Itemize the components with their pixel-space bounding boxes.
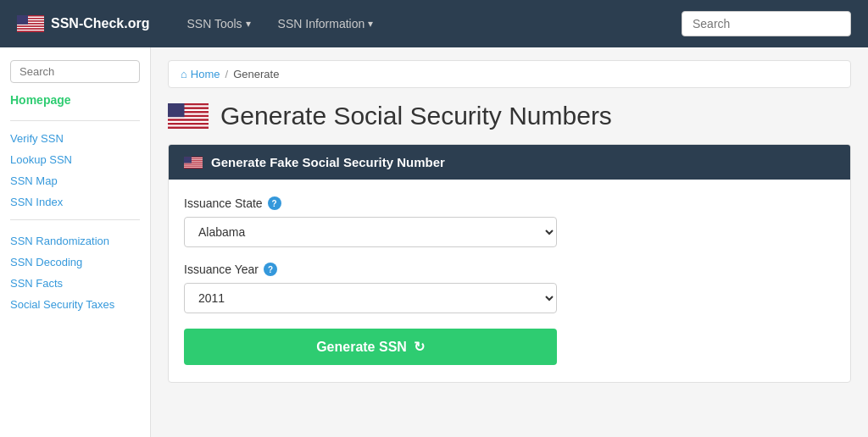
svg-rect-40 [184, 167, 203, 168]
card-body: Issuance State ? Alabama Alaska Arizona … [169, 180, 850, 382]
svg-rect-8 [17, 25, 44, 27]
breadcrumb-home-link[interactable]: ⌂ Home [181, 68, 220, 80]
svg-rect-38 [184, 165, 203, 166]
issuance-year-group: Issuance Year ? 2011 2010 2009 2008 [184, 263, 835, 313]
sidebar-divider-2 [10, 219, 140, 220]
issuance-year-label: Issuance Year ? [184, 263, 835, 276]
sidebar-search-input[interactable] [10, 60, 140, 83]
sidebar-homepage-link[interactable]: Homepage [10, 93, 140, 107]
sidebar-search-area [10, 60, 140, 83]
card-header: Generate Fake Social Security Number [169, 145, 850, 180]
svg-rect-35 [184, 163, 203, 163]
layout: Homepage Verify SSN Lookup SSN SSN Map S… [0, 47, 868, 437]
page-flag-icon [168, 103, 209, 129]
svg-rect-22 [168, 119, 209, 120]
sidebar-link-ssn-index[interactable]: SSN Index [10, 191, 140, 213]
svg-rect-39 [184, 166, 203, 167]
breadcrumb: ⌂ Home / Generate [168, 60, 851, 88]
brand[interactable]: SSN-Check.org [17, 15, 149, 32]
issuance-state-help-icon[interactable]: ? [268, 196, 281, 210]
sidebar-secondary-links: SSN Randomization SSN Decoding SSN Facts… [10, 230, 140, 315]
sidebar-link-ssn-randomization[interactable]: SSN Randomization [10, 230, 140, 252]
issuance-state-group: Issuance State ? Alabama Alaska Arizona … [184, 196, 835, 247]
generate-ssn-button[interactable]: Generate SSN ↻ [184, 329, 557, 365]
issuance-year-select[interactable]: 2011 2010 2009 2008 [184, 283, 557, 313]
svg-rect-27 [168, 103, 185, 117]
card-flag-icon [184, 157, 203, 169]
sidebar-link-lookup-ssn[interactable]: Lookup SSN [10, 149, 140, 170]
svg-rect-25 [168, 124, 209, 126]
sidebar-divider-1 [10, 120, 140, 121]
page-title-area: Generate Social Security Numbers [168, 102, 851, 130]
breadcrumb-separator: / [225, 68, 229, 80]
svg-rect-11 [17, 30, 44, 31]
svg-rect-7 [17, 25, 44, 26]
svg-rect-21 [168, 117, 209, 119]
svg-rect-26 [168, 127, 209, 129]
svg-rect-23 [168, 121, 209, 123]
svg-rect-13 [17, 15, 28, 25]
breadcrumb-current: Generate [233, 68, 279, 80]
issuance-state-label: Issuance State ? [184, 196, 835, 210]
brand-name: SSN-Check.org [51, 16, 149, 31]
nav-links: SSN Tools SSN Information [175, 10, 682, 37]
nav-search-input[interactable] [682, 11, 851, 36]
issuance-state-select[interactable]: Alabama Alaska Arizona Arkansas Californ… [184, 217, 557, 247]
generate-btn-label: Generate SSN [316, 340, 407, 355]
sidebar-link-ssn-facts[interactable]: SSN Facts [10, 273, 140, 294]
page-title: Generate Social Security Numbers [220, 102, 612, 130]
nav-search-area [682, 11, 851, 36]
svg-rect-36 [184, 163, 203, 164]
sidebar-link-verify-ssn[interactable]: Verify SSN [10, 128, 140, 149]
svg-rect-10 [17, 28, 44, 30]
home-icon: ⌂ [181, 68, 187, 80]
svg-rect-41 [184, 157, 192, 163]
card-header-title: Generate Fake Social Security Number [211, 155, 445, 169]
flag-icon [17, 15, 44, 32]
navbar: SSN-Check.org SSN Tools SSN Information [0, 0, 868, 47]
svg-rect-12 [17, 30, 44, 32]
generate-ssn-card: Generate Fake Social Security Number Iss… [168, 144, 851, 383]
main-content: ⌂ Home / Generate [151, 47, 868, 437]
nav-item-ssn-information[interactable]: SSN Information [266, 10, 386, 37]
svg-rect-37 [184, 164, 203, 165]
sidebar: Homepage Verify SSN Lookup SSN SSN Map S… [0, 47, 151, 437]
sidebar-link-ssn-map[interactable]: SSN Map [10, 170, 140, 191]
svg-rect-24 [168, 123, 209, 124]
svg-rect-9 [17, 27, 44, 29]
refresh-icon: ↻ [414, 339, 425, 355]
sidebar-link-ssn-decoding[interactable]: SSN Decoding [10, 252, 140, 273]
sidebar-link-social-security-taxes[interactable]: Social Security Taxes [10, 294, 140, 315]
breadcrumb-home-label: Home [191, 68, 220, 80]
issuance-year-help-icon[interactable]: ? [264, 263, 277, 276]
nav-item-ssn-tools[interactable]: SSN Tools [175, 10, 262, 37]
